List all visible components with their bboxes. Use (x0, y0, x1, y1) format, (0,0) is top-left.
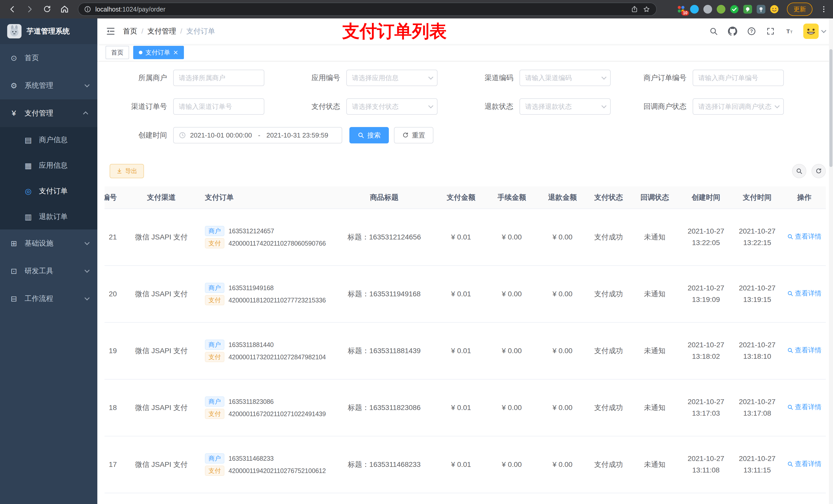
share-icon[interactable] (630, 5, 638, 13)
address-bar[interactable]: localhost:1024/pay/order (78, 3, 657, 16)
browser-update-button[interactable]: 更新 (787, 3, 812, 16)
cell-pay-order: 商户1635311949168支付42000011812021102777232… (202, 281, 333, 307)
filter-input-field[interactable] (698, 74, 778, 82)
refresh-table-button[interactable] (811, 164, 826, 178)
cell-pay-order: 商户1635311823086支付42000011672021102710224… (202, 394, 333, 421)
search-icon (796, 168, 803, 174)
column-header: 商品标题 (333, 192, 435, 203)
avatar[interactable] (803, 24, 819, 39)
filter-select[interactable] (693, 98, 784, 115)
breadcrumb-item[interactable]: 首页 (123, 26, 137, 36)
date-line: 2021-10-27 (732, 453, 783, 464)
filter-input-field[interactable] (698, 103, 771, 111)
filter-field: 所属商户 (110, 70, 264, 86)
order-number: 4200001194202110276752100612 (229, 465, 326, 476)
site-info-icon[interactable] (84, 6, 91, 13)
sidebar-item-home[interactable]: ⊙首页 (0, 44, 97, 72)
sidebar-item-dev-tools[interactable]: ⊡研发工具 (0, 257, 97, 285)
extension-icon-pin[interactable] (757, 5, 765, 14)
forward-button[interactable] (23, 2, 37, 16)
view-detail-link[interactable]: 查看详情 (787, 231, 822, 242)
filter-input-field[interactable] (179, 103, 259, 111)
tab-pay-order[interactable]: 支付订单 (133, 46, 184, 59)
filter-field: 渠道编码 (456, 70, 611, 86)
filter-input-field[interactable] (179, 74, 259, 82)
sidebar-item-workflow[interactable]: ⊟工作流程 (0, 285, 97, 312)
reload-button[interactable] (40, 2, 54, 16)
filter-input-field[interactable] (352, 74, 425, 82)
date-line: 2021-10-27 (680, 339, 732, 351)
export-button[interactable]: 导出 (110, 164, 144, 178)
sidebar-fold-button[interactable] (105, 26, 116, 37)
date-line: 13:11:08 (680, 464, 732, 476)
filter-input-field[interactable] (525, 103, 598, 111)
extension-icon-emoji[interactable] (770, 5, 779, 14)
table-body: 21微信 JSAPI 支付商户1635312124657支付4200001174… (104, 209, 826, 504)
filter-label: 渠道编码 (456, 73, 513, 83)
font-size-button[interactable]: TT (784, 26, 794, 37)
app-logo[interactable]: 芋道管理系统 (0, 19, 97, 44)
tab-home[interactable]: 首页 (105, 46, 129, 59)
filter-select[interactable] (520, 70, 611, 86)
home-button[interactable] (57, 2, 72, 16)
sidebar-item-merchant-info[interactable]: ▤商户信息 (0, 127, 97, 153)
view-detail-link[interactable]: 查看详情 (787, 402, 822, 413)
cell-pay-time: 2021-10-2713:18:10 (732, 339, 783, 362)
reset-button[interactable]: 重置 (394, 127, 433, 143)
search-button[interactable]: 搜索 (349, 127, 389, 143)
extension-icon-gray[interactable] (704, 5, 712, 14)
view-detail-link[interactable]: 查看详情 (787, 345, 822, 356)
sidebar-item-pay-order[interactable]: ◎支付订单 (0, 178, 97, 204)
browser-menu-button[interactable] (820, 5, 828, 14)
filter-select[interactable] (346, 98, 437, 115)
help-button[interactable]: ? (746, 26, 757, 37)
user-menu[interactable] (803, 24, 825, 39)
filter-input-field[interactable] (352, 103, 425, 111)
cell-create-time: 2021-10-2713:22:05 (680, 225, 732, 249)
app-grid-icon: ▦ (24, 161, 33, 170)
sidebar-item-app-info[interactable]: ▦应用信息 (0, 153, 97, 178)
sidebar-item-label: 商户信息 (39, 135, 68, 145)
merchant-badge: 商户 (205, 453, 224, 463)
view-detail-link[interactable]: 查看详情 (787, 459, 822, 470)
extension-icon-check[interactable] (730, 5, 739, 14)
close-icon[interactable] (173, 50, 178, 55)
url-host: localhost (95, 6, 121, 13)
extension-icon-drop[interactable] (690, 5, 699, 14)
sidebar-item-infrastructure[interactable]: ⊞基础设施 (0, 230, 97, 257)
app-title: 芋道管理系统 (27, 26, 70, 36)
forward-icon (29, 7, 31, 12)
extension-icon-chat[interactable] (743, 5, 752, 14)
cell-amount: ¥ 0.01 (435, 459, 487, 471)
filter-select[interactable] (346, 70, 437, 86)
cell-id: 20 (104, 288, 121, 300)
date-range-picker[interactable]: 2021-10-01 00:00:00 - 2021-10-31 23:59:5… (173, 127, 342, 143)
view-detail-link[interactable]: 查看详情 (787, 288, 822, 299)
breadcrumb-item[interactable]: 支付管理 (147, 26, 176, 36)
toggle-search-button[interactable] (792, 164, 806, 178)
cell-channel: 微信 JSAPI 支付 (121, 345, 202, 357)
sidebar-menu: ⊙首页⚙系统管理¥支付管理▤商户信息▦应用信息◎支付订单▥退款订单⊞基础设施⊡研… (0, 44, 97, 312)
sidebar-item-refund-order[interactable]: ▥退款订单 (0, 204, 97, 230)
bookmark-star-icon[interactable] (642, 5, 651, 13)
filter-field: 渠道订单号 (110, 98, 264, 115)
filter-input[interactable] (173, 98, 264, 115)
fullscreen-button[interactable] (765, 26, 776, 37)
filter-input[interactable] (173, 70, 264, 86)
extension-icon-grid[interactable]: 10 (677, 5, 686, 14)
sidebar-item-system-mgmt[interactable]: ⚙系统管理 (0, 72, 97, 99)
fullscreen-icon (766, 27, 775, 35)
filter-input-field[interactable] (525, 74, 598, 82)
filter-input[interactable] (693, 70, 784, 86)
extension-icon-green[interactable] (717, 5, 725, 14)
back-button[interactable] (5, 2, 20, 16)
sidebar-item-payment-mgmt[interactable]: ¥支付管理 (0, 99, 97, 127)
scrollbar-thumb[interactable] (829, 49, 832, 167)
header-actions: ? TT (709, 24, 825, 39)
github-button[interactable] (728, 26, 738, 37)
header-search-button[interactable] (709, 26, 719, 37)
column-header: 操作 (783, 192, 826, 203)
scrollbar[interactable] (829, 19, 833, 504)
filter-select[interactable] (520, 98, 611, 115)
order-line: 支付4200001174202110278060590766 (205, 238, 333, 248)
